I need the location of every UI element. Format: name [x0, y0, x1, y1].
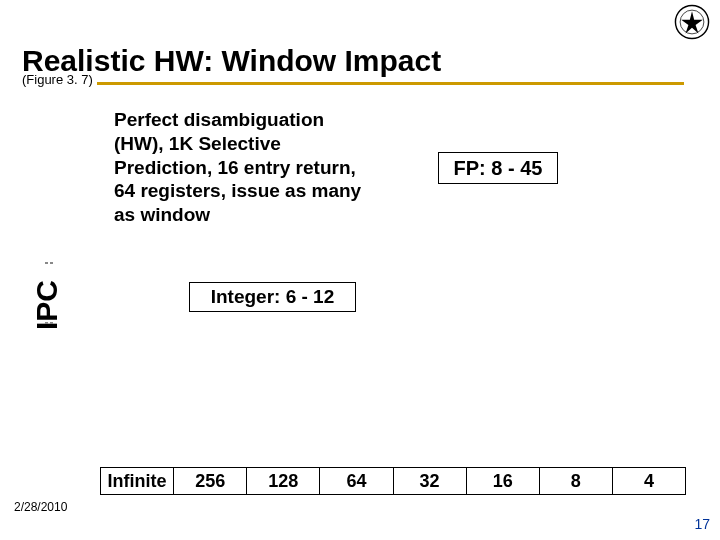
fp-range-box: FP: 8 - 45 — [438, 152, 558, 184]
title-rule — [22, 82, 684, 85]
experiment-description: Perfect disambiguation (HW), 1K Selectiv… — [114, 108, 374, 227]
x-axis: Infinite 256 128 64 32 16 8 4 — [100, 467, 686, 495]
x-category: Infinite — [100, 467, 174, 495]
integer-range-box: Integer: 6 - 12 — [189, 282, 356, 312]
x-category: 4 — [612, 467, 686, 495]
x-category: 128 — [246, 467, 320, 495]
x-category: 256 — [173, 467, 247, 495]
university-seal-icon — [674, 4, 710, 40]
page-number: 17 — [694, 516, 710, 532]
slide-date: 2/28/2010 — [14, 500, 67, 514]
y-axis-tick — [45, 262, 53, 264]
y-axis-tick — [45, 322, 53, 324]
x-category: 64 — [319, 467, 393, 495]
figure-reference: (Figure 3. 7) — [22, 72, 97, 87]
x-category: 16 — [466, 467, 540, 495]
x-category: 32 — [393, 467, 467, 495]
x-category: 8 — [539, 467, 613, 495]
